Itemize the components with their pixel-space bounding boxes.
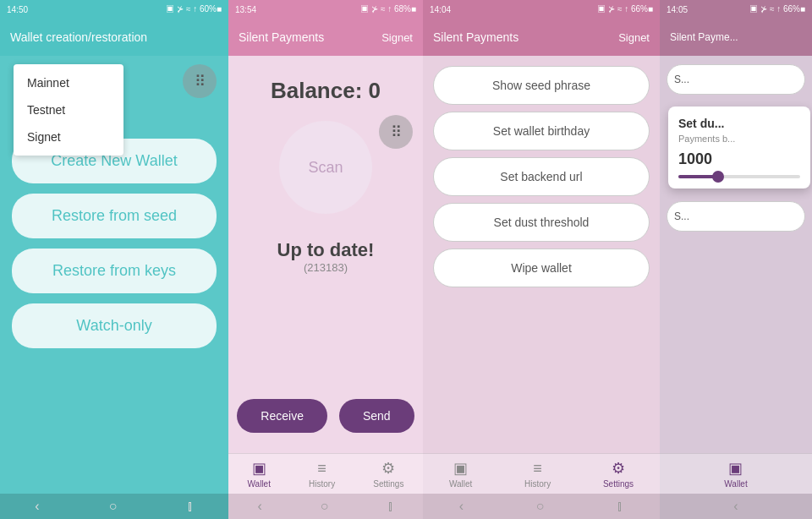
grid-button-1[interactable]: ⠿: [183, 64, 217, 98]
nav-wallet-4[interactable]: ▣ Wallet: [724, 459, 747, 489]
receive-button[interactable]: Receive: [237, 399, 327, 433]
nav-wallet-label-4: Wallet: [724, 479, 747, 489]
network-dropdown: Mainnet Testnet Signet: [14, 64, 123, 156]
nav-wallet-label-2: Wallet: [248, 479, 271, 489]
bottom-nav-4: ▣ Wallet: [660, 453, 812, 494]
screen-2-content: Balance: 0 ⠿ Scan Up to date! (213183) R…: [228, 56, 423, 453]
status-bar-4: 14:05 ▣ ᅟ⊁ ≈ ↑ 66%■: [660, 0, 812, 19]
balance-display: Balance: 0: [271, 78, 381, 104]
system-nav-3: ‹ ○ ⫿: [423, 494, 660, 519]
system-nav-2: ‹ ○ ⫿: [228, 494, 423, 519]
screen-1-content: Mainnet Testnet Signet ⠿ Create New Wall…: [0, 56, 228, 494]
app-bar-title-2: Silent Payments: [239, 30, 324, 44]
popup-sub: Payments b...: [678, 134, 800, 144]
nav-settings-label-2: Settings: [373, 479, 403, 489]
screen-wallet-creation: Wallet creation/restoration Mainnet Test…: [0, 19, 228, 519]
system-nav-4: ‹: [660, 494, 812, 519]
grid-button-2[interactable]: ⠿: [379, 115, 413, 149]
set-wallet-birthday-button[interactable]: Set wallet birthday: [433, 112, 650, 150]
dropdown-signet[interactable]: Signet: [14, 123, 123, 150]
restore-from-keys-button[interactable]: Restore from keys: [12, 249, 217, 293]
home-btn-1[interactable]: ○: [109, 499, 118, 514]
screen-balance: Silent Payments Signet Balance: 0 ⠿ Scan…: [228, 19, 423, 519]
block-number: (213183): [304, 261, 348, 274]
wallet-icon-3: ▣: [453, 459, 468, 478]
recents-btn-2[interactable]: ⫿: [387, 499, 394, 514]
set-backend-url-button[interactable]: Set backend url: [433, 157, 650, 196]
bottom-nav-3: ▣ Wallet ≡ History ⚙ Settings: [423, 453, 660, 494]
popup-title: Set du...: [678, 117, 800, 130]
recents-btn-3[interactable]: ⫿: [617, 499, 623, 514]
app-bar-action-2: Signet: [381, 31, 413, 44]
slider-fill: [678, 175, 715, 178]
time-4: 14:05: [667, 5, 688, 14]
time-3: 14:04: [430, 5, 451, 14]
nav-settings-label-3: Settings: [603, 479, 634, 489]
slider-track: [678, 175, 800, 178]
scan-button[interactable]: Scan: [279, 121, 372, 214]
status-bar-1: 14:50 ▣ ᅟ⊁ ≈ ↑ 60%■: [0, 0, 228, 19]
screen-settings: Silent Payments Signet Show seed phrase …: [423, 19, 660, 519]
status-bar-2: 13:54 ▣ ᅟ⊁ ≈ ↑ 68%■: [228, 0, 423, 19]
scan-label: Scan: [308, 159, 343, 177]
restore-from-seed-button[interactable]: Restore from seed: [12, 194, 217, 238]
home-btn-2[interactable]: ○: [321, 499, 329, 514]
send-button[interactable]: Send: [339, 399, 414, 433]
back-btn-3[interactable]: ‹: [459, 499, 464, 514]
recents-btn-1[interactable]: ⫿: [187, 499, 194, 514]
app-bar-action-3: Signet: [618, 31, 650, 44]
settings-icon-3: ⚙: [612, 459, 625, 478]
app-bar-2: Silent Payments Signet: [228, 19, 423, 56]
nav-wallet-2[interactable]: ▣ Wallet: [248, 459, 271, 489]
set-dust-threshold-button[interactable]: Set dust threshold: [433, 203, 650, 242]
slider-thumb[interactable]: [712, 171, 724, 183]
nav-wallet-3[interactable]: ▣ Wallet: [449, 459, 472, 489]
nav-wallet-label-3: Wallet: [449, 479, 472, 489]
app-bar-4: Silent Payme...: [660, 19, 812, 56]
history-icon-3: ≡: [533, 460, 542, 478]
set-dust-popup: Set du... Payments b... 1000: [668, 107, 810, 188]
screen-partial: Silent Payme... S... Set du... Payments …: [660, 19, 812, 519]
nav-history-label-3: History: [524, 479, 551, 489]
icons-1: ▣ ᅟ⊁ ≈ ↑ 60%■: [166, 3, 222, 15]
app-bar-title-1: Wallet creation/restoration: [10, 30, 147, 44]
show-seed-phrase-button[interactable]: Show seed phrase: [433, 66, 650, 105]
grid-icon-2: ⠿: [391, 123, 402, 141]
dropdown-testnet[interactable]: Testnet: [14, 96, 123, 123]
icons-3: ▣ ᅟ⊁ ≈ ↑ 66%■: [597, 3, 653, 15]
bottom-nav-2: ▣ Wallet ≡ History ⚙ Settings: [228, 453, 423, 494]
back-btn-2[interactable]: ‹: [258, 499, 262, 514]
nav-history-label-2: History: [309, 479, 335, 489]
nav-history-3[interactable]: ≡ History: [524, 460, 551, 489]
app-bar-3: Silent Payments Signet: [423, 19, 660, 56]
app-bar-title-3: Silent Payments: [433, 30, 518, 44]
screen-3-content: Show seed phrase Set wallet birthday Set…: [423, 56, 660, 453]
app-bar-1: Wallet creation/restoration: [0, 19, 228, 56]
action-buttons: Receive Send: [237, 399, 414, 433]
watch-only-button[interactable]: Watch-only: [12, 303, 217, 348]
nav-settings-2[interactable]: ⚙ Settings: [373, 459, 403, 489]
wallet-buttons: Create New Wallet Restore from seed Rest…: [12, 139, 217, 348]
grid-icon-1: ⠿: [195, 72, 206, 90]
settings-icon-2: ⚙: [381, 459, 395, 478]
app-bar-title-4: Silent Payme...: [670, 31, 738, 43]
time-1: 14:50: [7, 5, 28, 14]
nav-settings-3[interactable]: ⚙ Settings: [603, 459, 634, 489]
system-nav-1: ‹ ○ ⫿: [0, 494, 228, 519]
popup-value: 1000: [678, 150, 800, 168]
icons-4: ▣ ᅟ⊁ ≈ ↑ 66%■: [749, 3, 805, 15]
partial-btn-1[interactable]: S...: [667, 64, 805, 95]
back-btn-4[interactable]: ‹: [733, 499, 738, 514]
history-icon-2: ≡: [317, 460, 326, 478]
wallet-icon-2: ▣: [252, 459, 266, 478]
back-btn-1[interactable]: ‹: [35, 499, 39, 514]
partial-btn-2[interactable]: S...: [667, 201, 805, 232]
screen-4-content: S... Set du... Payments b... 1000 S...: [660, 56, 812, 453]
nav-history-2[interactable]: ≡ History: [309, 460, 335, 489]
wallet-icon-4: ▣: [728, 459, 743, 478]
status-bar-3: 14:04 ▣ ᅟ⊁ ≈ ↑ 66%■: [423, 0, 660, 19]
sync-status: Up to date!: [277, 239, 375, 261]
wipe-wallet-button[interactable]: Wipe wallet: [433, 249, 650, 287]
dropdown-mainnet[interactable]: Mainnet: [14, 69, 123, 96]
home-btn-3[interactable]: ○: [536, 499, 545, 514]
